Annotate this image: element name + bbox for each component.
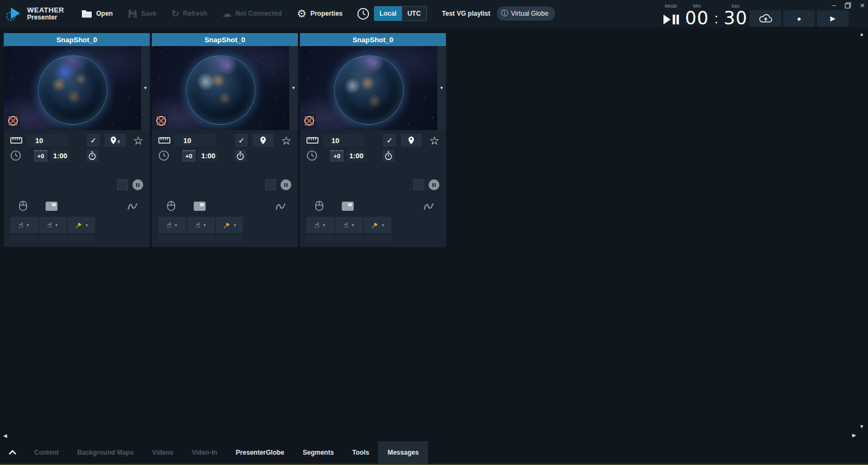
loop-checkbox[interactable]: [413, 179, 424, 190]
chevron-down-icon: ▼: [291, 86, 296, 91]
loop-checkbox[interactable]: [265, 179, 276, 190]
ruler-icon: [158, 137, 170, 144]
duration-input[interactable]: [50, 150, 70, 162]
picture-in-picture-icon: [194, 202, 206, 211]
clock-icon: [307, 150, 317, 161]
snapshot-preview[interactable]: [300, 46, 437, 130]
time-offset-button[interactable]: +0: [330, 150, 343, 162]
pause-toggle-button[interactable]: [132, 179, 143, 190]
weather-presenter-window: WEATHER Presenter Open Save ↻ Refresh: [0, 0, 868, 465]
location-button[interactable]: [253, 134, 273, 147]
stopwatch-icon: [384, 151, 393, 160]
gesture-action-dropdown[interactable]: ☝ ▼: [187, 217, 215, 233]
favorite-star-button[interactable]: ☆: [133, 135, 143, 146]
playlist-type-badge[interactable]: ⓘ Virtual Globe: [497, 7, 555, 21]
confirm-button[interactable]: ✓: [235, 134, 248, 147]
confirm-button[interactable]: ✓: [383, 134, 396, 147]
gesture-action-dropdown[interactable]: ☝ ▼: [335, 217, 363, 233]
location-button[interactable]: [401, 134, 422, 147]
cloud-upload-button[interactable]: [750, 10, 781, 27]
scribble-icon: [127, 202, 138, 211]
record-button[interactable]: ●: [783, 10, 815, 27]
tab-videos[interactable]: Videos: [143, 441, 182, 464]
favorite-star-button[interactable]: ☆: [429, 135, 439, 146]
duration-input[interactable]: [347, 150, 366, 162]
pause-toggle-button[interactable]: [280, 179, 291, 190]
snapshot-options-dropdown[interactable]: ▼: [437, 46, 446, 130]
clock-button[interactable]: [357, 8, 369, 20]
stopwatch-icon: [236, 151, 245, 160]
touch-icon: ☝: [18, 221, 23, 229]
pen-color-dropdown[interactable]: ▼: [68, 217, 95, 233]
time-offset-button[interactable]: +0: [182, 150, 195, 162]
gesture-action-dropdown[interactable]: ☝ ▼: [307, 217, 334, 233]
properties-button[interactable]: ⚙ Properties: [297, 8, 342, 19]
scroll-up-arrow[interactable]: ▲: [859, 31, 864, 37]
pause-toggle-button[interactable]: [429, 179, 439, 190]
ruler-icon: [307, 137, 318, 144]
pen-icon: [74, 221, 82, 229]
gesture-action-dropdown[interactable]: ☝ ▼: [39, 217, 67, 233]
timezone-local-button[interactable]: Local: [374, 7, 402, 21]
gesture-action-dropdown[interactable]: ☝ ▼: [10, 217, 38, 233]
snapshot-preview[interactable]: [4, 46, 141, 130]
tab-tools[interactable]: Tools: [343, 441, 378, 464]
snapshot-preview[interactable]: [152, 46, 289, 130]
snapshot-options-dropdown[interactable]: ▼: [289, 46, 298, 130]
pen-icon: [371, 221, 379, 229]
tab-content[interactable]: Content: [25, 441, 68, 464]
stopwatch-button[interactable]: [86, 150, 98, 162]
connection-status[interactable]: ☁ Not Connected: [222, 9, 282, 18]
minimize-button[interactable]: –: [832, 2, 836, 9]
timer-sec-col: Sec 30: [724, 3, 748, 27]
tab-video-in[interactable]: Video-In: [182, 441, 226, 464]
pen-color-dropdown[interactable]: ▼: [216, 217, 243, 233]
tab-messages[interactable]: Messages: [378, 441, 427, 464]
connection-status-label: Not Connected: [235, 10, 282, 17]
stopwatch-button[interactable]: [382, 150, 394, 162]
play-button[interactable]: ▶: [817, 10, 848, 27]
snapshot-card: SnapShot_0 ▼: [300, 33, 446, 247]
scroll-left-arrow[interactable]: ◀: [3, 433, 7, 438]
app-logo: WEATHER Presenter: [5, 5, 64, 22]
zoom-level-input[interactable]: [175, 134, 216, 146]
snapshot-card-title[interactable]: SnapShot_0: [300, 33, 446, 46]
gesture-action-dropdown[interactable]: ☝ ▼: [158, 217, 186, 233]
open-button[interactable]: Open: [81, 9, 113, 18]
timer-mode-col: Mode: [662, 3, 680, 25]
stopwatch-button[interactable]: [234, 150, 246, 162]
snapshot-options-dropdown[interactable]: ▼: [141, 46, 150, 130]
zoom-level-input[interactable]: [323, 134, 364, 146]
time-offset-button[interactable]: +0: [34, 150, 47, 162]
zoom-level-input[interactable]: [27, 134, 68, 146]
scribble-icon: [423, 202, 434, 211]
play-icon: ▶: [830, 15, 835, 22]
mouse-icon: [315, 201, 323, 211]
loop-checkbox[interactable]: [117, 179, 128, 190]
duration-input[interactable]: [199, 150, 218, 162]
scroll-right-arrow[interactable]: ▶: [852, 432, 856, 438]
scroll-down-arrow[interactable]: ▼: [859, 424, 864, 429]
touch-icon: ☝: [47, 221, 52, 229]
tab-segments[interactable]: Segments: [293, 441, 343, 464]
collapse-panel-button[interactable]: [0, 441, 25, 464]
pen-color-dropdown[interactable]: ▼: [364, 217, 391, 233]
timezone-utc-button[interactable]: UTC: [402, 7, 426, 21]
tab-background-maps[interactable]: Background Maps: [68, 441, 143, 464]
snapshot-card-title[interactable]: SnapShot_0: [152, 33, 298, 46]
location-icon: [260, 136, 266, 145]
timezone-toggle: Local UTC: [374, 6, 427, 21]
play-pause-mode-icon[interactable]: [662, 14, 680, 25]
close-button[interactable]: ×: [860, 1, 865, 9]
favorite-star-button[interactable]: ☆: [281, 135, 291, 146]
snapshot-card-title[interactable]: SnapShot_0: [4, 33, 150, 46]
location-button[interactable]: s: [105, 134, 125, 147]
maximize-button[interactable]: [845, 2, 851, 9]
confirm-button[interactable]: ✓: [87, 134, 100, 147]
mouse-icon: [19, 201, 27, 211]
tab-presenterglobe[interactable]: PresenterGlobe: [227, 441, 293, 464]
refresh-button[interactable]: ↻ Refresh: [171, 9, 207, 18]
snapshot-preview-wrap: ▼: [152, 46, 298, 130]
save-button[interactable]: Save: [128, 9, 156, 18]
value-strip: [68, 235, 95, 242]
